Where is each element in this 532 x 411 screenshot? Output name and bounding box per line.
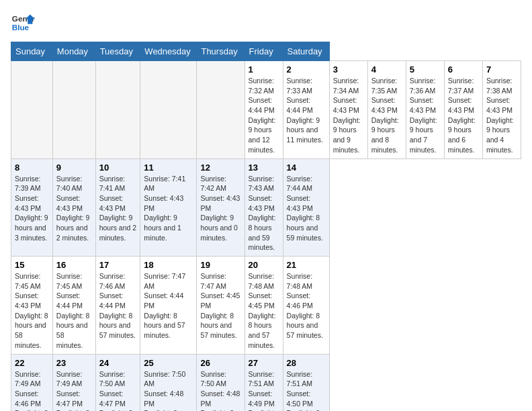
- day-info: Sunrise: 7:39 AM Sunset: 4:43 PM Dayligh…: [15, 174, 49, 243]
- day-info: Sunrise: 7:36 AM Sunset: 4:43 PM Dayligh…: [410, 76, 441, 155]
- day-info: Sunrise: 7:47 AM Sunset: 4:44 PM Dayligh…: [144, 271, 193, 340]
- day-info: Sunrise: 7:32 AM Sunset: 4:44 PM Dayligh…: [249, 76, 279, 155]
- calendar-cell: 5Sunrise: 7:36 AM Sunset: 4:43 PM Daylig…: [406, 61, 444, 159]
- calendar-cell: 20Sunrise: 7:48 AM Sunset: 4:45 PM Dayli…: [245, 257, 283, 355]
- col-header-sunday: Sunday: [11, 42, 53, 61]
- day-number: 4: [371, 64, 402, 75]
- day-number: 21: [287, 260, 326, 270]
- day-info: Sunrise: 7:43 AM Sunset: 4:43 PM Dayligh…: [249, 174, 279, 253]
- calendar-cell: [11, 61, 53, 159]
- day-number: 15: [15, 260, 49, 270]
- day-info: Sunrise: 7:40 AM Sunset: 4:43 PM Dayligh…: [56, 174, 92, 243]
- calendar-cell: 13Sunrise: 7:43 AM Sunset: 4:43 PM Dayli…: [245, 158, 283, 257]
- col-header-monday: Monday: [52, 42, 95, 61]
- day-number: 17: [99, 260, 137, 270]
- calendar-cell: 21Sunrise: 7:48 AM Sunset: 4:46 PM Dayli…: [283, 257, 329, 355]
- calendar-cell: 12Sunrise: 7:42 AM Sunset: 4:43 PM Dayli…: [197, 158, 245, 257]
- day-number: 3: [333, 64, 364, 75]
- calendar-cell: 1Sunrise: 7:32 AM Sunset: 4:44 PM Daylig…: [245, 61, 283, 159]
- calendar-cell: 25Sunrise: 7:50 AM Sunset: 4:48 PM Dayli…: [140, 354, 197, 411]
- day-info: Sunrise: 7:51 AM Sunset: 4:49 PM Dayligh…: [249, 369, 279, 412]
- calendar-cell: 26Sunrise: 7:50 AM Sunset: 4:48 PM Dayli…: [197, 354, 245, 411]
- day-info: Sunrise: 7:50 AM Sunset: 4:48 PM Dayligh…: [144, 369, 193, 412]
- day-number: 18: [144, 260, 193, 270]
- day-info: Sunrise: 7:49 AM Sunset: 4:47 PM Dayligh…: [56, 369, 92, 412]
- col-header-tuesday: Tuesday: [95, 42, 140, 61]
- day-number: 27: [249, 358, 279, 368]
- day-info: Sunrise: 7:37 AM Sunset: 4:43 PM Dayligh…: [448, 76, 479, 155]
- day-number: 25: [144, 358, 193, 368]
- calendar-header-row: SundayMondayTuesdayWednesdayThursdayFrid…: [11, 42, 521, 61]
- day-info: Sunrise: 7:46 AM Sunset: 4:44 PM Dayligh…: [99, 271, 137, 340]
- calendar-cell: [52, 61, 95, 159]
- day-number: 7: [486, 64, 517, 75]
- calendar-week-row: 15Sunrise: 7:45 AM Sunset: 4:43 PM Dayli…: [11, 257, 521, 355]
- calendar-cell: [140, 61, 197, 159]
- calendar-cell: 10Sunrise: 7:41 AM Sunset: 4:43 PM Dayli…: [95, 158, 140, 257]
- calendar-cell: 16Sunrise: 7:45 AM Sunset: 4:44 PM Dayli…: [52, 257, 95, 355]
- calendar-cell: 17Sunrise: 7:46 AM Sunset: 4:44 PM Dayli…: [95, 257, 140, 355]
- calendar-cell: 6Sunrise: 7:37 AM Sunset: 4:43 PM Daylig…: [444, 61, 482, 159]
- calendar-cell: [197, 61, 245, 159]
- day-number: 8: [15, 163, 49, 173]
- col-header-friday: Friday: [245, 42, 283, 61]
- calendar-week-row: 1Sunrise: 7:32 AM Sunset: 4:44 PM Daylig…: [11, 61, 521, 159]
- day-number: 24: [99, 358, 137, 368]
- day-info: Sunrise: 7:48 AM Sunset: 4:45 PM Dayligh…: [249, 271, 279, 351]
- calendar-cell: 19Sunrise: 7:47 AM Sunset: 4:45 PM Dayli…: [197, 257, 245, 355]
- day-info: Sunrise: 7:42 AM Sunset: 4:43 PM Dayligh…: [200, 174, 240, 243]
- calendar-cell: 24Sunrise: 7:50 AM Sunset: 4:47 PM Dayli…: [95, 354, 140, 411]
- calendar-cell: 8Sunrise: 7:39 AM Sunset: 4:43 PM Daylig…: [11, 158, 53, 257]
- day-info: Sunrise: 7:34 AM Sunset: 4:43 PM Dayligh…: [333, 76, 364, 155]
- day-number: 5: [410, 64, 441, 75]
- day-number: 23: [56, 358, 92, 368]
- calendar-cell: 9Sunrise: 7:40 AM Sunset: 4:43 PM Daylig…: [52, 158, 95, 257]
- calendar-cell: 11Sunrise: 7:41 AM Sunset: 4:43 PM Dayli…: [140, 158, 197, 257]
- day-number: 16: [56, 260, 92, 270]
- day-info: Sunrise: 7:45 AM Sunset: 4:44 PM Dayligh…: [56, 271, 92, 351]
- day-info: Sunrise: 7:48 AM Sunset: 4:46 PM Dayligh…: [287, 271, 326, 340]
- day-number: 20: [249, 260, 279, 270]
- day-info: Sunrise: 7:45 AM Sunset: 4:43 PM Dayligh…: [15, 271, 49, 351]
- day-info: Sunrise: 7:47 AM Sunset: 4:45 PM Dayligh…: [200, 271, 240, 340]
- day-info: Sunrise: 7:50 AM Sunset: 4:47 PM Dayligh…: [99, 369, 137, 412]
- day-info: Sunrise: 7:51 AM Sunset: 4:50 PM Dayligh…: [287, 369, 326, 412]
- day-number: 2: [287, 64, 326, 75]
- day-number: 10: [99, 163, 137, 173]
- calendar-table: SundayMondayTuesdayWednesdayThursdayFrid…: [11, 42, 521, 411]
- col-header-thursday: Thursday: [197, 42, 245, 61]
- logo: General Blue: [11, 11, 35, 35]
- day-info: Sunrise: 7:44 AM Sunset: 4:43 PM Dayligh…: [287, 174, 326, 243]
- day-info: Sunrise: 7:33 AM Sunset: 4:44 PM Dayligh…: [287, 76, 326, 145]
- calendar-cell: [95, 61, 140, 159]
- calendar-week-row: 22Sunrise: 7:49 AM Sunset: 4:46 PM Dayli…: [11, 354, 521, 411]
- calendar-cell: 18Sunrise: 7:47 AM Sunset: 4:44 PM Dayli…: [140, 257, 197, 355]
- day-number: 13: [249, 163, 279, 173]
- col-header-wednesday: Wednesday: [140, 42, 197, 61]
- calendar-cell: 14Sunrise: 7:44 AM Sunset: 4:43 PM Dayli…: [283, 158, 329, 257]
- day-number: 9: [56, 163, 92, 173]
- calendar-week-row: 8Sunrise: 7:39 AM Sunset: 4:43 PM Daylig…: [11, 158, 521, 257]
- page-header: General Blue: [11, 11, 521, 35]
- calendar-cell: 27Sunrise: 7:51 AM Sunset: 4:49 PM Dayli…: [245, 354, 283, 411]
- calendar-cell: 7Sunrise: 7:38 AM Sunset: 4:43 PM Daylig…: [482, 61, 521, 159]
- calendar-cell: 4Sunrise: 7:35 AM Sunset: 4:43 PM Daylig…: [367, 61, 406, 159]
- calendar-cell: 23Sunrise: 7:49 AM Sunset: 4:47 PM Dayli…: [52, 354, 95, 411]
- day-number: 14: [287, 163, 326, 173]
- day-number: 12: [200, 163, 240, 173]
- calendar-cell: 3Sunrise: 7:34 AM Sunset: 4:43 PM Daylig…: [329, 61, 367, 159]
- calendar-cell: 15Sunrise: 7:45 AM Sunset: 4:43 PM Dayli…: [11, 257, 53, 355]
- logo-icon: General Blue: [11, 11, 35, 35]
- day-info: Sunrise: 7:41 AM Sunset: 4:43 PM Dayligh…: [144, 174, 193, 243]
- day-info: Sunrise: 7:49 AM Sunset: 4:46 PM Dayligh…: [15, 369, 49, 412]
- svg-text:Blue: Blue: [12, 23, 30, 32]
- day-info: Sunrise: 7:41 AM Sunset: 4:43 PM Dayligh…: [99, 174, 137, 243]
- day-number: 1: [249, 64, 279, 75]
- day-number: 22: [15, 358, 49, 368]
- col-header-saturday: Saturday: [283, 42, 329, 61]
- calendar-cell: 28Sunrise: 7:51 AM Sunset: 4:50 PM Dayli…: [283, 354, 329, 411]
- day-info: Sunrise: 7:50 AM Sunset: 4:48 PM Dayligh…: [200, 369, 240, 412]
- calendar-cell: 22Sunrise: 7:49 AM Sunset: 4:46 PM Dayli…: [11, 354, 53, 411]
- day-number: 11: [144, 163, 193, 173]
- day-number: 19: [200, 260, 240, 270]
